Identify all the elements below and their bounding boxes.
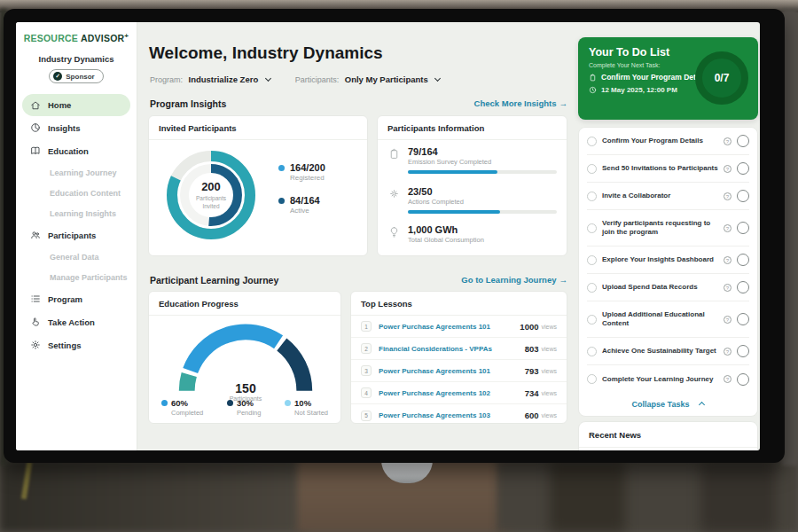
- sidebar-item-learning-insights[interactable]: Learning Insights: [16, 203, 137, 223]
- participants-information-card: Participants Information 79/164 Emission…: [377, 115, 567, 256]
- info-icon[interactable]: ?: [724, 224, 732, 232]
- link-label: Go to Learning Journey: [461, 275, 556, 285]
- arrow-right-icon: →: [559, 98, 568, 108]
- check-more-insights-link[interactable]: Check More Insights→: [474, 98, 567, 108]
- sidebar-item-education[interactable]: Education: [16, 139, 137, 162]
- participants-filter[interactable]: Participants: Only My Participants: [295, 74, 441, 84]
- actions-gear-icon: [388, 188, 400, 200]
- sidebar-item-program[interactable]: Program: [16, 287, 137, 310]
- task-checkbox[interactable]: [587, 164, 597, 174]
- org-name: Industry Dynamics: [16, 54, 137, 64]
- info-icon[interactable]: ?: [724, 348, 732, 356]
- clock-icon: [589, 86, 597, 94]
- stat-actions-completed: 23/50 Actions Completed: [388, 186, 558, 214]
- lesson-row: 4 Power Purchase Agreements 102 734 view…: [351, 382, 567, 404]
- task-checkbox[interactable]: [587, 315, 597, 325]
- info-icon[interactable]: ?: [724, 316, 732, 324]
- task-label: Invite a Collaborator: [602, 192, 718, 200]
- info-icon[interactable]: ?: [724, 284, 732, 292]
- sidebar-item-participants[interactable]: Participants: [16, 223, 137, 246]
- sidebar-item-settings[interactable]: Settings: [16, 333, 137, 356]
- chevron-button[interactable]: [737, 345, 749, 357]
- views-suffix: views: [541, 346, 557, 352]
- chevron-button[interactable]: [737, 190, 749, 202]
- task-checkbox[interactable]: [587, 223, 597, 233]
- info-icon[interactable]: ?: [724, 256, 732, 264]
- arrow-right-icon: →: [559, 275, 568, 285]
- sidebar-item-education-content[interactable]: Education Content: [16, 183, 137, 203]
- program-filter[interactable]: Program: Industrialize Zero: [150, 74, 270, 84]
- legend-label: Completed: [171, 409, 203, 417]
- legend-item-not-started: 10% Not Started: [285, 398, 328, 417]
- chevron-button[interactable]: [737, 162, 749, 175]
- info-icon[interactable]: ?: [724, 165, 732, 173]
- task-checkbox[interactable]: [587, 192, 597, 201]
- task-row[interactable]: Upload Spend Data Records ?: [587, 274, 749, 301]
- task-checkbox[interactable]: [587, 255, 597, 265]
- take-action-hand-icon: [30, 317, 41, 327]
- legend-value: 164/200: [290, 162, 325, 173]
- legend-dot: [278, 198, 285, 204]
- task-row[interactable]: Confirm Your Program Details ?: [587, 128, 749, 155]
- task-label: Send 50 Invitations to Participants: [602, 164, 718, 173]
- chevron-button[interactable]: [737, 313, 749, 325]
- collapse-tasks-link[interactable]: Collapse Tasks: [587, 393, 749, 416]
- task-row[interactable]: Upload Additional Educational Content ?: [587, 301, 749, 338]
- chevron-button[interactable]: [737, 254, 749, 266]
- learning-journey-heading: Participant Learning Journey: [150, 275, 278, 286]
- stat-emission-survey: 79/164 Emission Survey Completed: [388, 146, 558, 174]
- go-to-learning-journey-link[interactable]: Go to Learning Journey→: [461, 275, 567, 285]
- task-checkbox[interactable]: [587, 283, 597, 293]
- task-row[interactable]: Invite a Collaborator ?: [587, 183, 749, 210]
- education-progress-gauge: 150 Participants: [170, 318, 321, 400]
- legend-label: Active: [290, 207, 320, 215]
- task-row[interactable]: Explore Your Insights Dashboard ?: [587, 246, 749, 274]
- legend-dot: [285, 400, 291, 406]
- sidebar-item-home[interactable]: Home: [22, 94, 130, 116]
- info-icon[interactable]: ?: [724, 137, 732, 145]
- photo-background: [550, 461, 625, 532]
- task-row[interactable]: Verify participants requesting to join t…: [587, 210, 749, 246]
- lesson-link[interactable]: Power Purchase Agreements 101: [379, 367, 525, 375]
- info-icon[interactable]: ?: [724, 192, 732, 200]
- sidebar-item-label: Manage Participants: [50, 273, 128, 282]
- logo-secondary: ADVISOR: [81, 33, 124, 43]
- chevron-button[interactable]: [737, 373, 749, 386]
- lesson-link[interactable]: Power Purchase Agreements 102: [379, 389, 525, 397]
- progress-track: [408, 210, 557, 214]
- sidebar-item-take-action[interactable]: Take Action: [16, 310, 137, 333]
- legend-label: Not Started: [294, 409, 328, 417]
- lesson-rank: 2: [361, 343, 372, 354]
- chevron-button[interactable]: [737, 135, 749, 147]
- task-checkbox[interactable]: [587, 347, 597, 356]
- lesson-views: 793: [525, 366, 539, 376]
- sidebar-item-label: Take Action: [48, 317, 95, 327]
- task-row[interactable]: Achieve One Sustainability Target ?: [587, 338, 749, 365]
- legend-label: Pending: [237, 409, 262, 417]
- task-checkbox[interactable]: [587, 137, 597, 146]
- card-title: Invited Participants: [149, 116, 367, 140]
- lesson-link[interactable]: Power Purchase Agreements 101: [379, 323, 520, 331]
- stat-label: Total Global Consumption: [408, 236, 484, 244]
- main-content: Welcome, Industry Dynamics Program: Indu…: [142, 22, 567, 450]
- task-list-card: Confirm Your Program Details ? Send 50 I…: [578, 127, 758, 417]
- chevron-button[interactable]: [737, 222, 749, 234]
- monitor-bezel: RESOURCE ADVISOR+ Industry Dynamics ✓ Sp…: [4, 9, 785, 463]
- info-icon[interactable]: ?: [724, 375, 732, 383]
- sidebar-item-insights[interactable]: Insights: [16, 116, 137, 139]
- app-logo: RESOURCE ADVISOR+: [16, 32, 137, 43]
- legend-item-active: 84/164 Active: [278, 195, 325, 215]
- task-row[interactable]: Send 50 Invitations to Participants ?: [587, 155, 749, 183]
- task-row[interactable]: Complete Your Learning Journey ?: [587, 365, 749, 393]
- sidebar-item-learning-journey[interactable]: Learning Journey: [16, 162, 137, 183]
- lesson-link[interactable]: Power Purchase Agreements 103: [379, 411, 525, 419]
- task-checkbox[interactable]: [587, 374, 597, 384]
- stat-value: 1,000 GWh: [408, 224, 484, 235]
- chevron-button[interactable]: [737, 281, 749, 293]
- sidebar-item-manage-participants[interactable]: Manage Participants: [16, 267, 137, 287]
- lesson-views: 600: [525, 411, 539, 420]
- lesson-link[interactable]: Financial Considerations - VPPAs: [379, 345, 525, 353]
- lesson-row: 2 Financial Considerations - VPPAs 803 v…: [351, 338, 567, 360]
- invited-participants-donut: 200 Participants Invited: [160, 144, 262, 246]
- sidebar-item-general-data[interactable]: General Data: [16, 246, 137, 267]
